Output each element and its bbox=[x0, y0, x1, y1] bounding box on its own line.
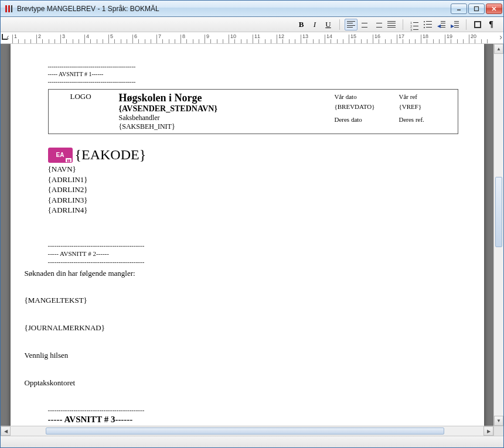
italic-button[interactable]: I bbox=[308, 19, 321, 30]
document-page: ----------------------------------------… bbox=[11, 44, 484, 426]
svg-rect-2 bbox=[11, 5, 12, 12]
letterhead-subtitle: {AVSENDER_STEDNAVN} bbox=[119, 104, 323, 114]
increase-indent-button[interactable]: ▶ bbox=[448, 19, 461, 30]
scroll-left-button[interactable]: ◀ bbox=[1, 426, 11, 436]
work-area: ----------------------------------------… bbox=[1, 44, 503, 426]
document-viewport[interactable]: ----------------------------------------… bbox=[1, 44, 493, 426]
letterhead-table: LOGO Høgskolen i Norge {AVSENDER_STEDNAV… bbox=[48, 89, 458, 134]
saksbehandler-label: Saksbehandler bbox=[119, 114, 323, 122]
var-dato-value: {BREVDATO} bbox=[335, 102, 387, 112]
scroll-up-button[interactable]: ▲ bbox=[494, 44, 503, 54]
saksbehandler-value: {SAKSBEH_INIT} bbox=[119, 122, 323, 131]
kontor-text: Opptakskontoret bbox=[25, 376, 458, 389]
text-box-icon bbox=[474, 21, 481, 28]
vscroll-thumb[interactable] bbox=[495, 177, 502, 247]
deres-dato-label: Deres dato bbox=[335, 115, 387, 125]
ea-code: {EAKODE} bbox=[75, 147, 147, 163]
addr-line-4: {ADRLIN4} bbox=[48, 205, 458, 216]
bold-button[interactable]: B bbox=[295, 19, 308, 30]
deres-ref-label: Deres ref. bbox=[399, 115, 452, 125]
addr-line-1: {ADRLIN1} bbox=[48, 175, 458, 185]
letterhead-logo-cell: LOGO bbox=[49, 90, 113, 134]
decrease-indent-icon: ◀ bbox=[437, 21, 445, 28]
align-right-button[interactable] bbox=[372, 19, 384, 30]
window-title: Brevtype MANGELBREV - 1 Språk: BOKMÅL bbox=[17, 5, 451, 13]
horizontal-scrollbar[interactable]: ◀ ▶ bbox=[1, 426, 503, 436]
ruler-left-arrow-icon: ‹ bbox=[6, 32, 9, 42]
minimize-button[interactable] bbox=[451, 4, 467, 14]
letterhead-dato-cell: Vår dato {BREVDATO} Deres dato bbox=[329, 90, 393, 134]
align-left-button[interactable] bbox=[345, 19, 357, 30]
titlebar: Brevtype MANGELBREV - 1 Språk: BOKMÅL bbox=[1, 1, 503, 17]
scrollbar-corner bbox=[493, 426, 503, 436]
section-1-divider: ----------------------------------------… bbox=[48, 63, 458, 86]
align-justify-button[interactable] bbox=[385, 19, 398, 30]
vertical-scrollbar[interactable]: ▲ ▼ bbox=[493, 44, 503, 426]
maximize-button[interactable] bbox=[468, 4, 485, 14]
horizontal-ruler[interactable]: ‹ › 1234567891011121314151617181920 bbox=[1, 32, 503, 44]
ea-badge-icon: EA ▮▮ bbox=[48, 148, 73, 163]
addr-line-3: {ADRLIN3} bbox=[48, 195, 458, 206]
align-right-icon bbox=[374, 21, 382, 28]
align-center-button[interactable] bbox=[358, 19, 371, 30]
body-intro: Søknaden din har følgende mangler: bbox=[25, 266, 458, 280]
numbered-list-icon: 1 2 3 bbox=[410, 21, 418, 28]
addr-navn: {NAVN} bbox=[48, 164, 458, 175]
show-formatting-button[interactable]: ¶ bbox=[485, 19, 498, 30]
numbered-list-button[interactable]: 1 2 3 bbox=[408, 19, 421, 30]
decrease-indent-button[interactable]: ◀ bbox=[435, 19, 448, 30]
align-center-icon bbox=[360, 21, 369, 28]
app-icon bbox=[4, 4, 13, 13]
scroll-right-button[interactable]: ▶ bbox=[483, 426, 493, 436]
letterhead-ref-cell: Vår ref {VREF} Deres ref. bbox=[393, 90, 458, 134]
section-2-divider: ----------------------------------------… bbox=[48, 241, 458, 266]
status-bar bbox=[1, 436, 503, 447]
align-left-icon bbox=[347, 21, 355, 28]
hilsen-text: Vennlig hilsen bbox=[25, 348, 458, 362]
underline-button[interactable]: U bbox=[322, 19, 335, 30]
section-3-divider: ----------------------------------------… bbox=[48, 406, 458, 426]
letterhead-main-cell: Høgskolen i Norge {AVSENDER_STEDNAVN} Sa… bbox=[113, 90, 329, 134]
close-button[interactable] bbox=[486, 4, 502, 14]
letter-body: Søknaden din har følgende mangler: {MANG… bbox=[25, 266, 458, 390]
journalmerknad-field: {JOURNALMERKNAD} bbox=[25, 321, 458, 334]
formatting-toolbar: B I U 1 2 3 bbox=[1, 17, 503, 32]
increase-indent-icon: ▶ bbox=[451, 21, 459, 28]
svg-rect-4 bbox=[475, 6, 479, 11]
ruler-right-arrow-icon: › bbox=[499, 32, 502, 42]
vscroll-track[interactable] bbox=[494, 54, 503, 416]
ea-row: EA ▮▮ {EAKODE} bbox=[48, 147, 458, 163]
svg-rect-1 bbox=[8, 5, 10, 12]
mangeltekst-field: {MANGELTEKST} bbox=[25, 293, 458, 307]
var-dato-label: Vår dato bbox=[335, 92, 387, 102]
scroll-down-button[interactable]: ▼ bbox=[494, 416, 503, 426]
bullet-list-icon bbox=[424, 21, 432, 28]
var-ref-value: {VREF} bbox=[399, 102, 452, 112]
var-ref-label: Vår ref bbox=[399, 92, 452, 102]
recipient-address: {NAVN} {ADRLIN1} {ADRLIN2} {ADRLIN3} {AD… bbox=[48, 164, 458, 216]
hscroll-track[interactable] bbox=[11, 426, 483, 436]
svg-rect-0 bbox=[5, 5, 7, 12]
app-window: Brevtype MANGELBREV - 1 Språk: BOKMÅL B … bbox=[0, 0, 504, 448]
addr-line-2: {ADRLIN2} bbox=[48, 184, 458, 195]
bullet-list-button[interactable] bbox=[421, 19, 434, 30]
letterhead-title: Høgskolen i Norge bbox=[119, 92, 323, 104]
align-justify-icon bbox=[387, 21, 396, 28]
text-box-button[interactable] bbox=[471, 19, 484, 30]
hscroll-thumb[interactable] bbox=[46, 428, 444, 435]
